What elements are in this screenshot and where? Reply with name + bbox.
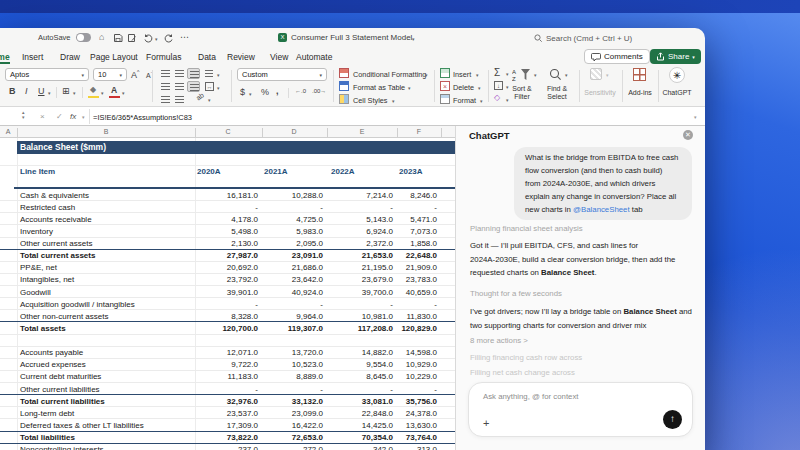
value-cell[interactable]: 32,976.0 [227, 397, 258, 406]
value-cell[interactable]: 10,929.0 [406, 360, 437, 369]
value-cell[interactable]: 27,987.0 [227, 251, 258, 260]
value-cell[interactable]: 35,756.0 [406, 397, 437, 406]
fill-color-button[interactable]: ◆ [90, 85, 96, 94]
document-title[interactable]: Consumer Full 3 Statement Model [291, 33, 412, 42]
chatgpt-ribbon-button[interactable]: ChatGPT [657, 89, 697, 97]
clear-button[interactable]: ◇ [494, 93, 500, 102]
accounting-format-button[interactable]: $ [240, 87, 245, 97]
value-cell[interactable]: 73,764.0 [406, 433, 437, 442]
value-cell[interactable]: 23,783.0 [406, 275, 437, 284]
align-bottom-button[interactable] [187, 68, 200, 79]
value-cell[interactable]: 17,309.0 [227, 421, 258, 430]
value-cell[interactable]: 2,095.0 [296, 239, 323, 248]
status-thought[interactable]: Thought for a few seconds [470, 289, 562, 298]
cell-styles-chevron-icon[interactable] [392, 98, 395, 104]
delete-button[interactable]: Delete [453, 83, 474, 92]
value-cell[interactable]: 7,073.0 [410, 227, 437, 236]
decrease-decimal-button[interactable]: .00→ [312, 88, 326, 94]
row-label-cell[interactable]: Total current assets [20, 251, 95, 260]
year-header-cell[interactable]: 2023A [399, 167, 423, 176]
expand-formula-bar-icon[interactable]: ▾ [694, 114, 697, 120]
align-left-button[interactable] [161, 83, 170, 90]
tab-insert[interactable]: Insert [22, 52, 43, 62]
sheet-row[interactable]: Inventory5,498.05,983.06,924.07,073.0 [0, 225, 455, 237]
value-cell[interactable]: 12,071.0 [227, 348, 258, 357]
fx-chevron-icon[interactable]: ▾ [82, 114, 85, 120]
row-label-cell[interactable]: Noncontrolling interests [20, 445, 104, 450]
save-icon[interactable] [113, 33, 123, 43]
fill-color-chevron-icon[interactable] [101, 90, 104, 96]
sheet-row[interactable]: Long-term debt23,537.023,099.022,848.024… [0, 407, 455, 419]
value-cell[interactable]: 70,354.0 [362, 433, 393, 442]
value-cell[interactable]: 21,686.0 [292, 263, 323, 272]
grow-font-icon[interactable]: A^ [131, 69, 139, 80]
sheet-row[interactable]: Total assets120,700.0119,307.0117,208.01… [0, 322, 455, 334]
sheet-row[interactable]: Other current assets2,130.02,095.02,372.… [0, 238, 455, 250]
value-cell[interactable]: 33,132.0 [292, 397, 323, 406]
align-center-button[interactable] [175, 83, 184, 90]
value-cell[interactable]: 72,653.0 [292, 433, 323, 442]
value-cell[interactable]: - [255, 385, 258, 394]
column-header-C[interactable]: C [225, 128, 230, 135]
row-label-cell[interactable]: Long-term debt [20, 409, 74, 418]
row-label-cell[interactable]: Accounts receivable [20, 215, 92, 224]
sheet-row[interactable]: Restricted cash---- [0, 201, 455, 213]
format-as-table-button[interactable]: Format as Table [353, 83, 405, 92]
year-header-cell[interactable]: 2022A [331, 167, 355, 176]
find-select-button[interactable]: Find &Select [540, 85, 574, 101]
tab-formulas[interactable]: Formulas [146, 52, 181, 62]
value-cell[interactable]: 13,630.0 [406, 421, 437, 430]
column-headers[interactable]: ABCDEF [0, 126, 455, 138]
value-cell[interactable]: 73,822.0 [227, 433, 258, 442]
row-label-cell[interactable]: Accrued expenses [20, 360, 86, 369]
find-select-chevron-icon[interactable] [565, 72, 568, 78]
comma-button[interactable]: , [276, 86, 279, 96]
insert-button[interactable]: Insert [453, 70, 471, 79]
value-cell[interactable]: - [320, 385, 323, 394]
line-item-header-cell[interactable]: Line Item [20, 167, 55, 176]
delete-chevron-icon[interactable] [478, 85, 481, 91]
sheet-row[interactable]: Deferred taxes & other LT liabilities17,… [0, 419, 455, 431]
value-cell[interactable]: 10,229.0 [406, 372, 437, 381]
wrap-text-button[interactable] [205, 70, 213, 77]
tab-review[interactable]: Review [227, 52, 255, 62]
redo-icon[interactable] [164, 33, 174, 43]
tab-draw[interactable]: Draw [60, 52, 80, 62]
value-cell[interactable]: 120,700.0 [222, 324, 258, 333]
increase-decimal-button[interactable]: ←.0 [295, 88, 306, 94]
close-panel-icon[interactable]: ✕ [683, 130, 693, 140]
value-cell[interactable]: 21,195.0 [362, 263, 393, 272]
insert-chevron-icon[interactable] [476, 72, 479, 78]
column-header-D[interactable]: D [291, 128, 296, 135]
value-cell[interactable]: 8,328.0 [231, 312, 258, 321]
row-label-cell[interactable]: Acquisition goodwill / intangibles [20, 300, 135, 309]
sheet-row[interactable]: Accounts receivable4,178.04,725.05,143.0… [0, 213, 455, 225]
home-icon[interactable]: ⌂ [99, 32, 104, 42]
align-middle-button[interactable] [175, 70, 184, 77]
accounting-chevron-icon[interactable] [249, 91, 252, 97]
sheet-row[interactable]: Other non-current assets8,328.09,964.010… [0, 310, 455, 322]
more-commands-icon[interactable]: ⋯ [180, 32, 189, 42]
orientation-chevron-icon[interactable] [208, 97, 211, 103]
sheet-row[interactable]: Cash & equivalents16,181.010,288.07,214.… [0, 189, 455, 201]
value-cell[interactable]: 313.0 [417, 445, 437, 450]
row-label-cell[interactable]: Restricted cash [20, 203, 75, 212]
attach-button[interactable]: + [483, 417, 489, 429]
underline-button[interactable]: U [38, 86, 45, 96]
align-top-button[interactable] [161, 70, 170, 77]
value-cell[interactable]: - [434, 300, 437, 309]
value-cell[interactable]: 14,598.0 [406, 348, 437, 357]
value-cell[interactable]: 10,523.0 [292, 360, 323, 369]
borders-chevron-icon[interactable] [73, 90, 76, 96]
value-cell[interactable]: 117,208.0 [358, 324, 393, 333]
value-cell[interactable]: 342.0 [373, 445, 393, 450]
font-name-select[interactable]: Aptos [5, 68, 89, 81]
comments-button[interactable]: Comments [584, 49, 650, 64]
table-chevron-icon[interactable] [408, 85, 411, 91]
row-label-cell[interactable]: Other non-current assets [20, 312, 108, 321]
tab-page-layout[interactable]: Page Layout [90, 52, 138, 62]
more-actions-link[interactable]: 8 more actions > [470, 336, 528, 345]
row-label-cell[interactable]: Total assets [20, 324, 66, 333]
value-cell[interactable]: 16,181.0 [227, 191, 258, 200]
font-size-select[interactable]: 10 [93, 68, 127, 81]
